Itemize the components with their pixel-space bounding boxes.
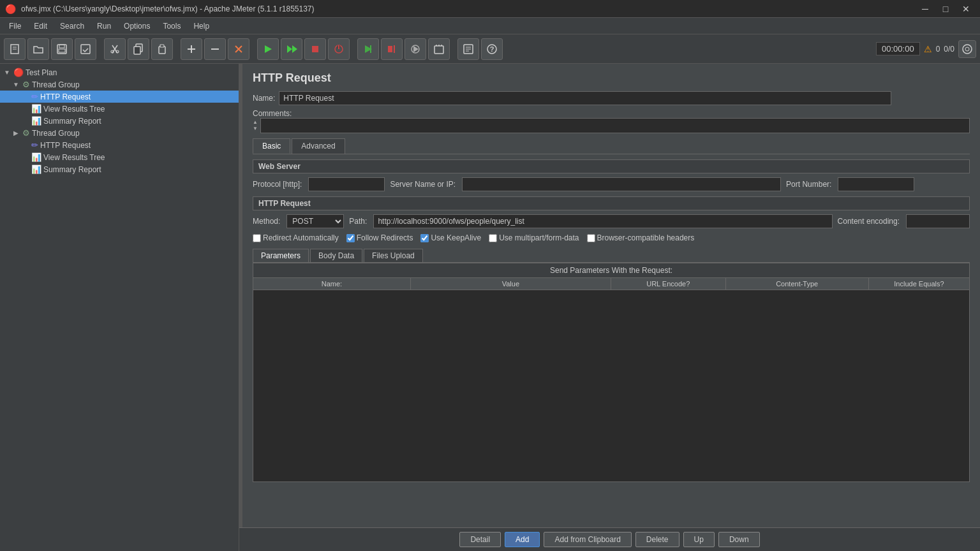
encoding-group: Content encoding: xyxy=(838,214,970,228)
warning-icon: ⚠ xyxy=(924,44,932,54)
comments-label: Comments: xyxy=(253,109,966,118)
redirect-label: Redirect Automatically xyxy=(263,233,339,242)
checkbox-keepalive[interactable]: Use KeepAlive xyxy=(420,233,481,242)
toolbar-templates-button[interactable] xyxy=(457,38,479,60)
tab-files-upload[interactable]: Files Upload xyxy=(364,249,423,262)
svg-rect-29 xyxy=(434,46,443,54)
add-button[interactable]: Add xyxy=(505,532,540,547)
tab-basic[interactable]: Basic xyxy=(253,138,290,154)
expand-icon xyxy=(20,142,29,149)
tree-label-thread-group-1: Thread Group xyxy=(32,80,80,89)
svg-text:?: ? xyxy=(490,45,494,53)
down-button[interactable]: Down xyxy=(718,532,760,547)
method-select[interactable]: POST GET PUT DELETE HEAD OPTIONS PATCH xyxy=(286,214,344,228)
tree-item-summary-report-1[interactable]: 📊 Summary Report xyxy=(0,115,239,127)
toolbar-clear-all-button[interactable] xyxy=(428,38,450,60)
delete-button[interactable]: Delete xyxy=(635,532,679,547)
web-server-row: Protocol [http]: Server Name or IP: Port… xyxy=(253,177,970,191)
close-button[interactable]: ✕ xyxy=(957,2,975,16)
up-button[interactable]: Up xyxy=(683,532,715,547)
protocol-input[interactable] xyxy=(308,177,385,191)
detail-button[interactable]: Detail xyxy=(459,532,501,547)
http-request-icon: ✏ xyxy=(31,92,38,101)
toolbar-remove-button[interactable] xyxy=(204,38,226,60)
tree-label-summary-report-1: Summary Report xyxy=(43,117,101,126)
tree-label-view-results-tree-1: View Results Tree xyxy=(43,105,105,114)
browser-checkbox[interactable] xyxy=(587,234,595,242)
tree-item-summary-report-2[interactable]: 📊 Summary Report xyxy=(0,163,239,175)
minimize-button[interactable]: ─ xyxy=(916,2,934,16)
web-server-section-header: Web Server xyxy=(253,159,970,173)
tree-item-thread-group-2[interactable]: ▶ ⚙ Thread Group xyxy=(0,127,239,139)
checkbox-browser[interactable]: Browser-compatible headers xyxy=(587,233,695,242)
tab-parameters[interactable]: Parameters xyxy=(253,249,309,262)
checkbox-redirect[interactable]: Redirect Automatically xyxy=(253,233,339,242)
keepalive-checkbox[interactable] xyxy=(420,234,429,242)
toolbar-new-button[interactable] xyxy=(4,38,26,60)
menu-help[interactable]: Help xyxy=(187,20,216,32)
menu-tools[interactable]: Tools xyxy=(156,20,187,32)
toolbar: ? 00:00:00 ⚠ 0 0/0 xyxy=(0,34,980,64)
toolbar-copy-button[interactable] xyxy=(128,38,149,60)
svg-marker-17 xyxy=(287,45,292,53)
toolbar-stop-button[interactable] xyxy=(304,38,326,60)
checkbox-follow[interactable]: Follow Redirects xyxy=(346,233,413,242)
toolbar-cut-button[interactable] xyxy=(104,38,126,60)
add-from-clipboard-button[interactable]: Add from Clipboard xyxy=(544,532,631,547)
tab-advanced[interactable]: Advanced xyxy=(292,138,345,154)
main-tabs: Basic Advanced xyxy=(253,138,970,154)
toolbar-add-button[interactable] xyxy=(181,38,202,60)
threadgroup-icon: ⚙ xyxy=(22,80,30,89)
tree-label-summary-report-2: Summary Report xyxy=(43,165,101,174)
expand-down-icon[interactable]: ▼ xyxy=(253,126,258,132)
tree-item-http-request-2[interactable]: ✏ HTTP Request xyxy=(0,139,239,151)
params-columns: Name: Value URL Encode? Content-Type Inc… xyxy=(253,278,969,290)
toolbar-open-button[interactable] xyxy=(27,38,49,60)
tree-item-test-plan[interactable]: ▼ 🔴 Test Plan xyxy=(0,66,239,78)
expand-icon xyxy=(20,154,29,161)
server-input[interactable] xyxy=(462,177,781,191)
multipart-checkbox[interactable] xyxy=(489,234,497,242)
window-title: ofws.jmx (C:\Users\yangly\Desktop\jmeter… xyxy=(21,4,916,13)
multipart-label: Use multipart/form-data xyxy=(499,233,579,242)
maximize-button[interactable]: □ xyxy=(937,2,954,16)
path-input[interactable] xyxy=(373,214,832,228)
follow-label: Follow Redirects xyxy=(357,233,413,242)
tree-item-view-results-tree-1[interactable]: 📊 View Results Tree xyxy=(0,103,239,115)
params-body xyxy=(253,290,969,481)
toolbar-clear-button[interactable] xyxy=(228,38,249,60)
name-input[interactable] xyxy=(279,91,891,105)
menu-file[interactable]: File xyxy=(3,20,27,32)
toolbar-remote-shutdown-button[interactable] xyxy=(405,38,426,60)
col-value: Value xyxy=(411,278,611,290)
checkbox-multipart[interactable]: Use multipart/form-data xyxy=(489,233,579,242)
remote-engine-button[interactable] xyxy=(958,40,976,58)
server-group: Server Name or IP: xyxy=(390,177,781,191)
encoding-input[interactable] xyxy=(906,214,970,228)
tree-item-view-results-tree-2[interactable]: 📊 View Results Tree xyxy=(0,151,239,163)
toolbar-paste-button[interactable] xyxy=(151,38,173,60)
redirect-checkbox[interactable] xyxy=(253,234,261,242)
title-bar: 🔴 ofws.jmx (C:\Users\yangly\Desktop\jmet… xyxy=(0,0,980,18)
toolbar-help-button[interactable]: ? xyxy=(481,38,503,60)
tab-body-data[interactable]: Body Data xyxy=(310,249,362,262)
window-controls: ─ □ ✕ xyxy=(916,2,975,16)
toolbar-saveas-button[interactable] xyxy=(75,38,96,60)
toolbar-remote-stop-button[interactable] xyxy=(381,38,403,60)
toolbar-shutdown-button[interactable] xyxy=(328,38,350,60)
menu-search[interactable]: Search xyxy=(54,20,91,32)
tree-label-http-request-2: HTTP Request xyxy=(40,141,91,150)
tree-item-http-request-1[interactable]: ✏ HTTP Request xyxy=(0,91,239,103)
toolbar-save-button[interactable] xyxy=(51,38,73,60)
port-input[interactable] xyxy=(838,177,914,191)
menu-options[interactable]: Options xyxy=(117,20,156,32)
menu-run[interactable]: Run xyxy=(91,20,117,32)
toolbar-remote-start-button[interactable] xyxy=(357,38,379,60)
tree-item-thread-group-1[interactable]: ▼ ⚙ Thread Group xyxy=(0,78,239,91)
toolbar-startno-button[interactable] xyxy=(281,38,302,60)
expand-up-icon[interactable]: ▲ xyxy=(253,119,258,126)
menu-edit[interactable]: Edit xyxy=(27,20,54,32)
toolbar-start-button[interactable] xyxy=(257,38,279,60)
follow-checkbox[interactable] xyxy=(346,234,355,242)
timer-display: 00:00:00 xyxy=(876,42,920,55)
